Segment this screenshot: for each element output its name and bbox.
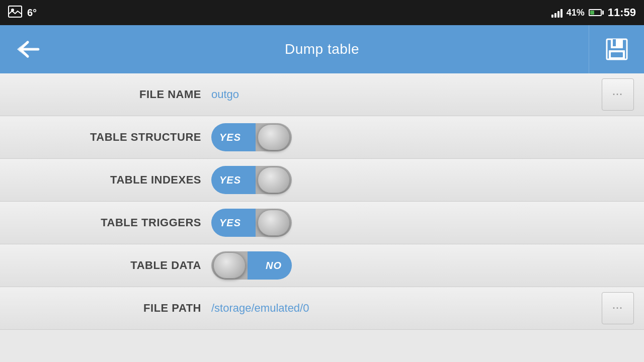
status-right: 41% 11:59 <box>551 6 636 19</box>
toggle-yes-label: YES <box>219 174 241 186</box>
table-triggers-label: TABLE TRIGGERS <box>10 216 211 229</box>
svg-rect-6 <box>611 52 623 57</box>
temperature-text: 6° <box>27 7 37 19</box>
table-indexes-row: TABLE INDEXES YES <box>0 159 644 202</box>
toggle-yes-label: YES <box>219 217 241 229</box>
svg-rect-0 <box>9 6 22 17</box>
table-indexes-toggle[interactable]: YES <box>211 166 292 194</box>
table-indexes-label: TABLE INDEXES <box>10 173 211 187</box>
table-triggers-toggle-container: YES <box>211 209 292 237</box>
svg-rect-4 <box>613 39 616 46</box>
status-left: 6° <box>8 6 37 20</box>
table-data-toggle-container: NO <box>211 251 292 280</box>
battery-icon <box>589 9 604 16</box>
file-name-value: outgo <box>211 88 602 101</box>
file-name-browse-button[interactable]: ··· <box>602 78 634 111</box>
toggle-thumb <box>213 252 246 279</box>
file-name-label: FILE NAME <box>10 88 211 101</box>
table-structure-label: TABLE STRUCTURE <box>10 131 211 144</box>
status-bar: 6° 41% 11:59 <box>0 0 644 25</box>
save-button[interactable] <box>589 25 644 73</box>
file-path-browse-button[interactable]: ··· <box>602 292 634 324</box>
file-name-row: FILE NAME outgo ··· <box>0 73 644 116</box>
battery-percent-text: 41% <box>567 8 585 18</box>
content-area: FILE NAME outgo ··· TABLE STRUCTURE YES … <box>0 73 644 330</box>
table-structure-toggle-container: YES <box>211 123 292 151</box>
table-structure-row: TABLE STRUCTURE YES <box>0 116 644 159</box>
toggle-thumb <box>258 124 290 150</box>
back-arrow-icon <box>15 37 40 62</box>
table-structure-toggle[interactable]: YES <box>211 123 292 151</box>
signal-icon <box>551 8 562 18</box>
app-bar-title: Dump table <box>55 41 589 57</box>
table-data-toggle[interactable]: NO <box>211 251 292 280</box>
file-path-value: /storage/emulated/0 <box>211 302 602 315</box>
back-button[interactable] <box>0 25 55 73</box>
toggle-thumb <box>258 167 290 193</box>
svg-rect-3 <box>611 39 623 48</box>
toggle-thumb <box>258 210 290 236</box>
save-icon <box>605 37 629 61</box>
table-data-row: TABLE DATA NO <box>0 244 644 287</box>
time-text: 11:59 <box>608 6 636 19</box>
image-icon <box>8 6 22 20</box>
app-bar: Dump table <box>0 25 644 73</box>
file-path-label: FILE PATH <box>10 302 211 315</box>
toggle-no-label: NO <box>266 260 282 272</box>
table-indexes-toggle-container: YES <box>211 166 292 194</box>
table-triggers-row: TABLE TRIGGERS YES <box>0 202 644 244</box>
file-path-row: FILE PATH /storage/emulated/0 ··· <box>0 287 644 330</box>
table-triggers-toggle[interactable]: YES <box>211 209 292 237</box>
table-data-label: TABLE DATA <box>10 259 211 272</box>
toggle-yes-label: YES <box>219 132 241 143</box>
